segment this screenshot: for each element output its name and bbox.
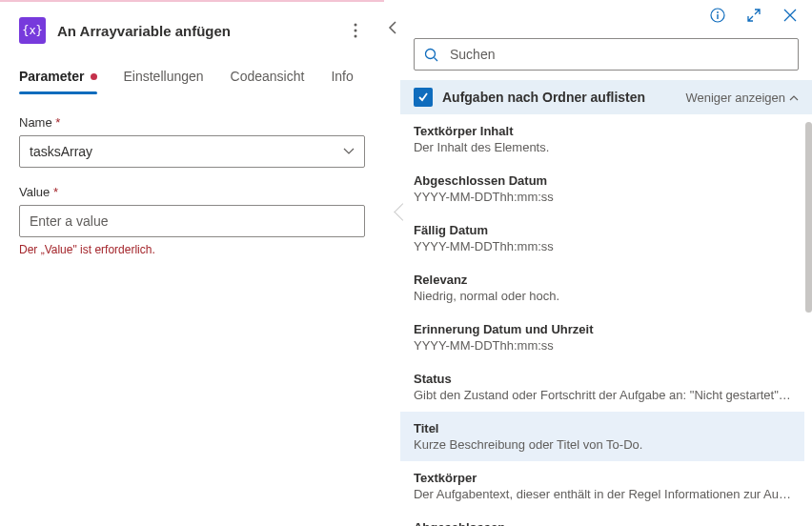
dynamic-list[interactable]: Textkörper InhaltDer Inhalt des Elements… [400,114,812,526]
close-icon [783,9,797,22]
tab-info[interactable]: Info [331,61,353,93]
name-label-text: Name [19,115,52,130]
item-subtitle: Kurze Beschreibung oder Titel von To-Do. [414,437,791,452]
list-item[interactable]: AbgeschlossenDas Datum in der angegebene… [400,511,804,526]
item-subtitle: YYYY-MM-DDThh:mm:ss [414,190,791,204]
item-subtitle: Niedrig, normal oder hoch. [414,289,791,303]
svg-rect-5 [717,14,718,19]
tab-label: Einstellungen [124,69,204,84]
item-title: Abgeschlossen [414,520,791,526]
item-subtitle: Gibt den Zustand oder Fortschritt der Au… [414,388,791,402]
required-mark: * [55,115,60,130]
dynamic-content-pane: Aufgaben nach Ordner auflisten Weniger a… [400,0,812,526]
tab-parameter[interactable]: Parameter [19,61,97,93]
list-item[interactable]: Textkörper InhaltDer Inhalt des Elements… [400,114,804,164]
svg-point-2 [355,35,357,38]
list-item[interactable]: RelevanzNiedrig, normal oder hoch. [400,263,804,313]
more-button[interactable] [346,21,365,40]
panel-actions [400,0,812,27]
action-title: An Arrayvariable anfügen [57,23,335,39]
tab-codeansicht[interactable]: Codeansicht [231,61,305,93]
item-title: Abgeschlossen Datum [414,173,791,188]
svg-point-0 [355,24,357,27]
chevron-up-icon [789,94,799,101]
search-input[interactable] [450,47,788,62]
item-subtitle: YYYY-MM-DDThh:mm:ss [414,338,791,353]
tab-label: Parameter [19,69,85,84]
name-value: tasksArray [30,144,92,159]
tab-einstellungen[interactable]: Einstellungen [124,61,204,93]
item-subtitle: YYYY-MM-DDThh:mm:ss [414,239,791,253]
divider [384,0,400,526]
tab-label: Codeansicht [231,69,305,84]
item-title: Textkörper Inhalt [414,124,791,138]
list-item[interactable]: Erinnerung Datum und UhrzeitYYYY-MM-DDTh… [400,313,804,362]
info-icon [710,8,725,23]
form: Name * tasksArray Value * Der „Value" is… [0,94,384,277]
item-subtitle: Der Inhalt des Elements. [414,140,791,154]
section-title: Aufgaben nach Ordner auflisten [442,90,676,105]
tabs: ParameterEinstellungenCodeansichtInfo [0,61,384,94]
list-item[interactable]: Fällig DatumYYYY-MM-DDThh:mm:ss [400,213,804,263]
value-label-text: Value [19,185,50,199]
list-item[interactable]: StatusGibt den Zustand oder Fortschritt … [400,362,804,412]
search-wrap [400,27,812,80]
section-header: Aufgaben nach Ordner auflisten Weniger a… [400,80,812,114]
expand-icon [747,9,761,22]
value-input[interactable] [19,205,365,237]
required-mark: * [53,185,58,199]
list-item[interactable]: Abgeschlossen DatumYYYY-MM-DDThh:mm:ss [400,164,804,213]
item-title: Textkörper [414,471,791,485]
value-error: Der „Value" ist erforderlich. [19,243,365,256]
item-title: Relevanz [414,273,791,287]
svg-point-1 [355,30,357,32]
info-button[interactable] [709,7,726,24]
item-title: Titel [414,421,791,435]
value-label: Value * [19,185,365,199]
action-config-pane: {x} An Arrayvariable anfügen ParameterEi… [0,0,384,526]
list-item[interactable]: TitelKurze Beschreibung oder Titel von T… [400,412,804,461]
expand-button[interactable] [745,7,762,24]
close-button[interactable] [782,7,799,24]
chevron-down-icon [343,148,355,155]
search-icon [424,48,438,62]
item-subtitle: Der Aufgabentext, dieser enthält in der … [414,487,791,501]
more-vertical-icon [354,23,357,38]
toggle-label: Weniger anzeigen [685,91,785,105]
scrollbar[interactable] [805,122,812,313]
header: {x} An Arrayvariable anfügen [0,2,384,61]
item-title: Status [414,372,791,386]
svg-point-6 [425,49,435,58]
collapse-button[interactable] [388,21,397,34]
error-dot-icon [91,73,97,80]
svg-point-4 [717,11,719,13]
variable-glyph: {x} [22,24,43,37]
section-toggle[interactable]: Weniger anzeigen [685,91,799,105]
chevron-left-icon [388,21,397,34]
todo-connector-icon [414,88,433,107]
variable-icon: {x} [19,17,46,44]
search-box[interactable] [414,38,799,71]
item-title: Fällig Datum [414,223,791,237]
name-label: Name * [19,115,365,130]
list-item[interactable]: TextkörperDer Aufgabentext, dieser enthä… [400,461,804,511]
name-select[interactable]: tasksArray [19,135,365,168]
tab-label: Info [331,69,353,84]
item-title: Erinnerung Datum und Uhrzeit [414,322,791,336]
